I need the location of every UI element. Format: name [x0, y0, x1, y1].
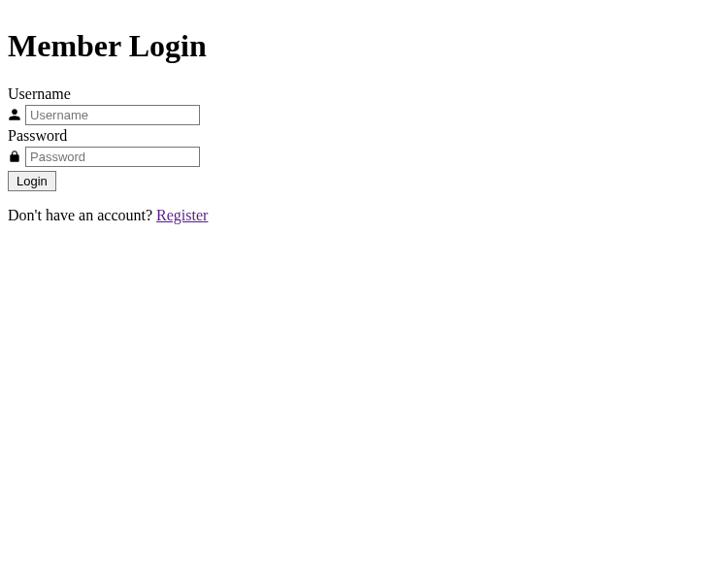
- username-input[interactable]: [25, 105, 200, 125]
- username-label: Username: [8, 85, 720, 103]
- user-icon: [8, 108, 21, 121]
- password-label: Password: [8, 127, 720, 145]
- register-link[interactable]: Register: [156, 207, 208, 223]
- login-button[interactable]: Login: [8, 171, 56, 191]
- password-input[interactable]: [25, 147, 200, 167]
- page-title: Member Login: [8, 28, 720, 64]
- register-prompt-line: Don't have an account? Register: [8, 207, 720, 224]
- register-prompt: Don't have an account?: [8, 207, 156, 223]
- lock-icon: [8, 150, 21, 163]
